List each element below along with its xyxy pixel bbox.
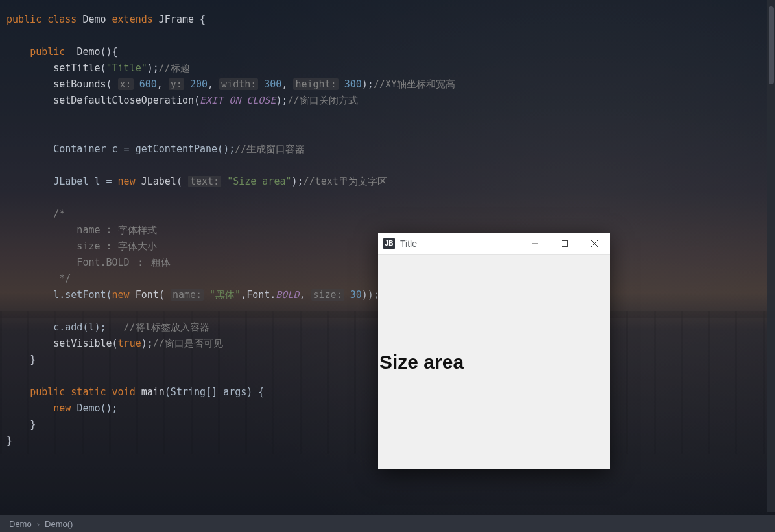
keyword: static	[71, 386, 106, 398]
statement: JLabel l =	[53, 176, 117, 187]
block-comment: size : 字体大小	[53, 240, 156, 252]
swing-content-pane: Size area	[378, 255, 610, 469]
breadcrumb-item[interactable]: Demo()	[45, 519, 73, 529]
comment: //窗口关闭方式	[288, 95, 358, 106]
maximize-button[interactable]	[550, 233, 580, 255]
comment: //窗口是否可见	[153, 338, 223, 349]
constant: BOLD	[276, 289, 299, 301]
comment: //将l标签放入容器	[124, 321, 209, 333]
param-hint: width:	[219, 78, 258, 90]
statement: l.setFont(	[53, 289, 112, 301]
swing-window[interactable]: JB Title Size area	[378, 233, 610, 469]
keyword: void	[112, 386, 136, 398]
keyword: new	[112, 289, 130, 301]
minimize-button[interactable]	[520, 233, 550, 255]
class-ref: JLabel	[141, 176, 176, 187]
close-button[interactable]	[580, 233, 610, 255]
param-hint: height:	[293, 78, 338, 90]
maximize-icon	[562, 240, 568, 247]
param-hint: name:	[171, 289, 204, 301]
app-icon: JB	[383, 238, 395, 249]
minimize-icon	[532, 240, 538, 247]
number: 300	[344, 78, 362, 90]
method-call: setVisible	[53, 338, 112, 349]
svg-rect-1	[562, 240, 568, 246]
method-name: main	[141, 386, 165, 398]
param-hint: size:	[311, 289, 344, 301]
swing-label: Size area	[378, 351, 464, 373]
comment: //标题	[159, 62, 190, 74]
number: 300	[264, 78, 281, 90]
method-call: setDefaultCloseOperation	[53, 95, 194, 106]
param-hint: y:	[169, 78, 184, 90]
scrollbar-thumb[interactable]	[769, 6, 774, 84]
method-call: setTitle	[53, 62, 100, 74]
statement: c.add(l);	[53, 321, 106, 333]
keyword: public	[30, 386, 65, 398]
keyword: new	[53, 402, 71, 414]
param-hint: x:	[118, 78, 134, 90]
block-comment: */	[53, 273, 71, 284]
statement: Demo();	[77, 402, 117, 414]
keyword: true	[118, 338, 141, 349]
params: (String[] args) {	[165, 386, 265, 398]
constructor-name: Demo	[77, 46, 100, 58]
block-comment: Font.BOLD ： 粗体	[53, 257, 170, 268]
breadcrumb-item[interactable]: Demo	[9, 519, 32, 529]
keyword: class	[47, 14, 77, 25]
param-hint: text:	[188, 176, 221, 187]
block-comment: /*	[53, 208, 65, 220]
window-title: Title	[400, 238, 520, 249]
class-name: Demo	[82, 14, 106, 25]
editor-scrollbar[interactable]	[767, 0, 775, 512]
keyword: new	[118, 176, 136, 187]
number: 600	[139, 78, 157, 90]
breadcrumb-separator-icon: ›	[37, 519, 40, 529]
constant: EXIT_ON_CLOSE	[200, 95, 276, 106]
number: 30	[350, 289, 362, 301]
keyword: extends	[112, 14, 153, 25]
method-call: setBounds	[53, 78, 106, 90]
comment: //text里为文字区	[304, 176, 387, 187]
statement: Container c = getContentPane();	[53, 143, 235, 155]
breadcrumb[interactable]: Demo › Demo()	[0, 515, 775, 532]
string-literal: "黑体"	[209, 289, 241, 301]
class-ref: Font	[136, 289, 159, 301]
keyword: public	[30, 46, 65, 58]
close-icon	[591, 240, 598, 247]
comment: //生成窗口容器	[235, 143, 305, 155]
keyword: public	[6, 14, 42, 25]
block-comment: name : 字体样式	[53, 224, 156, 236]
string-literal: "Size area"	[227, 176, 291, 187]
comment: //XY轴坐标和宽高	[374, 78, 455, 90]
number: 200	[190, 78, 208, 90]
window-titlebar[interactable]: JB Title	[378, 233, 610, 255]
string-literal: "Title"	[106, 62, 147, 74]
superclass: JFrame	[159, 14, 194, 25]
